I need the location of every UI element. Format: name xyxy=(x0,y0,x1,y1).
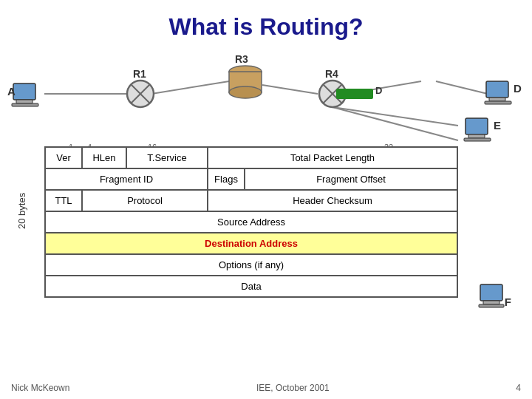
ip-header-table: Ver HLen T.Service Total Packet Length F… xyxy=(44,146,458,298)
tservice-cell: T.Service xyxy=(126,147,208,168)
svg-text:A: A xyxy=(7,85,16,98)
svg-rect-30 xyxy=(464,138,491,141)
svg-rect-26 xyxy=(485,101,511,104)
table-row: Data xyxy=(45,276,457,297)
footer-center: IEE, October 2001 xyxy=(256,383,330,393)
footer: Nick McKeown IEE, October 2001 4 xyxy=(11,383,521,393)
source-address-cell: Source Address xyxy=(45,211,457,233)
protocol-cell: Protocol xyxy=(82,190,208,211)
footer-right: 4 xyxy=(516,383,521,393)
svg-point-17 xyxy=(229,86,262,98)
fragment-offset-cell: Fragment Offset xyxy=(245,168,457,190)
table-row: TTL Protocol Header Checksum xyxy=(45,190,457,211)
footer-left: Nick McKeown xyxy=(11,383,69,393)
svg-line-1 xyxy=(151,81,229,94)
svg-rect-24 xyxy=(486,81,508,98)
ttl-cell: TTL xyxy=(45,190,82,211)
svg-line-5 xyxy=(332,107,458,126)
svg-rect-25 xyxy=(489,98,505,101)
ip-header-table-container: Ver HLen T.Service Total Packet Length F… xyxy=(44,146,458,298)
data-cell: Data xyxy=(45,276,457,297)
table-row: Destination Address xyxy=(45,233,457,254)
header-checksum-cell: Header Checksum xyxy=(208,190,457,211)
svg-rect-8 xyxy=(16,100,33,103)
svg-rect-7 xyxy=(13,83,35,100)
svg-rect-22 xyxy=(336,89,373,99)
svg-line-2 xyxy=(262,85,318,94)
table-row: Options (if any) xyxy=(45,254,457,276)
svg-rect-39 xyxy=(479,304,504,307)
svg-text:R3: R3 xyxy=(235,53,248,65)
network-diagram: A R1 R3 R4 D E D 1 4 16 32 xyxy=(0,41,532,151)
total-packet-length-cell: Total Packet Length xyxy=(208,147,457,168)
destination-address-cell: Destination Address xyxy=(45,233,457,254)
svg-rect-38 xyxy=(483,301,499,304)
computer-f-icon xyxy=(477,281,506,318)
svg-text:R4: R4 xyxy=(325,68,338,80)
table-row: Fragment ID Flags Fragment Offset xyxy=(45,168,457,190)
bytes-label: 20 bytes xyxy=(16,155,27,266)
svg-rect-9 xyxy=(12,103,38,106)
hlen-cell: HLen xyxy=(82,147,126,168)
flags-cell: Flags xyxy=(208,168,245,190)
svg-rect-37 xyxy=(480,284,502,301)
svg-rect-28 xyxy=(466,118,488,134)
svg-text:R1: R1 xyxy=(133,68,146,80)
svg-line-4 xyxy=(436,81,488,94)
svg-line-6 xyxy=(332,107,458,140)
svg-rect-29 xyxy=(468,134,485,138)
table-row: Source Address xyxy=(45,211,457,233)
options-cell: Options (if any) xyxy=(45,254,457,276)
fragment-id-cell: Fragment ID xyxy=(45,168,208,190)
ver-cell: Ver xyxy=(45,147,82,168)
svg-text:D: D xyxy=(375,85,382,96)
svg-text:E: E xyxy=(494,119,501,132)
table-row: Ver HLen T.Service Total Packet Length xyxy=(45,147,457,168)
svg-text:D: D xyxy=(514,82,522,95)
